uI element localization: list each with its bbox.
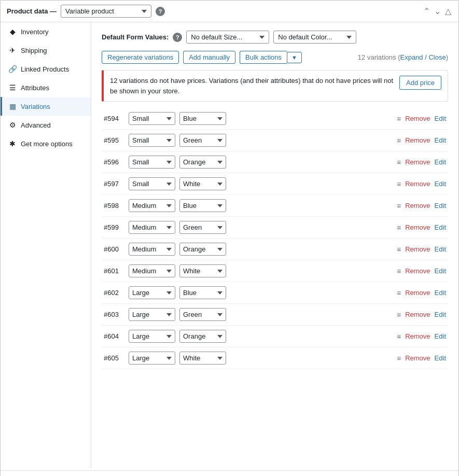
drag-handle-icon[interactable]: ≡ <box>397 289 401 297</box>
variation-row: #605SmallMediumLargeBlueGreenOrangeWhite… <box>102 347 448 369</box>
variation-id: #599 <box>104 223 124 231</box>
remove-variation-button[interactable]: Remove <box>405 136 430 144</box>
remove-variation-button[interactable]: Remove <box>405 180 430 188</box>
attributes-icon: ☰ <box>8 83 17 92</box>
product-data-bar: Product data — Simple productVariable pr… <box>1 1 458 22</box>
variation-size-select[interactable]: SmallMediumLarge <box>129 286 175 299</box>
advanced-icon: ⚙ <box>8 121 17 129</box>
variation-color-select[interactable]: BlueGreenOrangeWhite <box>179 352 226 365</box>
remove-variation-button[interactable]: Remove <box>405 267 430 275</box>
variation-color-select[interactable]: BlueGreenOrangeWhite <box>179 286 226 299</box>
variation-size-select[interactable]: SmallMediumLarge <box>129 243 175 256</box>
variation-id: #594 <box>104 115 124 122</box>
edit-variation-button[interactable]: Edit <box>435 267 446 275</box>
variation-size-select[interactable]: SmallMediumLarge <box>129 352 175 365</box>
remove-variation-button[interactable]: Remove <box>405 289 430 297</box>
edit-variation-button[interactable]: Edit <box>435 180 446 188</box>
edit-variation-button[interactable]: Edit <box>435 289 446 297</box>
variation-size-select[interactable]: SmallMediumLarge <box>129 308 175 321</box>
product-type-select[interactable]: Simple productVariable productGrouped pr… <box>61 5 151 18</box>
variation-color-select[interactable]: BlueGreenOrangeWhite <box>179 177 226 190</box>
drag-handle-icon[interactable]: ≡ <box>397 354 401 362</box>
drag-handle-icon[interactable]: ≡ <box>397 158 401 166</box>
sidebar-item-variations[interactable]: ▦ Variations <box>1 97 91 116</box>
drag-handle-icon[interactable]: ≡ <box>397 180 401 188</box>
remove-variation-button[interactable]: Remove <box>405 158 430 166</box>
variation-size-select[interactable]: SmallMediumLarge <box>129 199 175 212</box>
collapse-down-button[interactable]: ⌄ <box>433 7 442 16</box>
variation-color-select[interactable]: BlueGreenOrangeWhite <box>179 112 226 125</box>
variation-size-select[interactable]: SmallMediumLarge <box>129 177 175 190</box>
default-color-select[interactable]: No default Color... Blue Green Orange Wh… <box>273 31 356 44</box>
remove-variation-button[interactable]: Remove <box>405 223 430 231</box>
add-price-button[interactable]: Add price <box>399 76 441 90</box>
drag-handle-icon[interactable]: ≡ <box>397 267 401 275</box>
edit-variation-button[interactable]: Edit <box>435 136 446 144</box>
edit-variation-button[interactable]: Edit <box>435 354 446 362</box>
edit-variation-button[interactable]: Edit <box>435 332 446 340</box>
variation-color-select[interactable]: BlueGreenOrangeWhite <box>179 308 226 321</box>
sidebar-item-inventory[interactable]: ◆ Inventory <box>1 22 91 41</box>
sidebar-item-advanced[interactable]: ⚙ Advanced <box>1 116 91 134</box>
sidebar-item-shipping[interactable]: ✈ Shipping <box>1 41 91 60</box>
remove-variation-button[interactable]: Remove <box>405 332 430 340</box>
variation-color-select[interactable]: BlueGreenOrangeWhite <box>179 156 226 169</box>
variation-color-select[interactable]: BlueGreenOrangeWhite <box>179 221 226 234</box>
variation-color-select[interactable]: BlueGreenOrangeWhite <box>179 330 226 343</box>
expand-close-link[interactable]: Expand / Close <box>400 53 446 61</box>
sidebar-label-advanced: Advanced <box>21 121 51 129</box>
variation-size-select[interactable]: SmallMediumLarge <box>129 112 175 125</box>
drag-handle-icon[interactable]: ≡ <box>397 115 401 123</box>
variation-size-select[interactable]: SmallMediumLarge <box>129 264 175 277</box>
variation-color-select[interactable]: BlueGreenOrangeWhite <box>179 243 226 256</box>
bulk-actions-button[interactable]: Bulk actions <box>240 51 287 64</box>
drag-handle-icon[interactable]: ≡ <box>397 332 401 341</box>
edit-variation-button[interactable]: Edit <box>435 158 446 166</box>
edit-variation-button[interactable]: Edit <box>435 202 446 209</box>
product-type-help-icon[interactable]: ? <box>156 7 165 16</box>
sidebar-label-attributes: Attributes <box>21 84 49 92</box>
default-form-values-help-icon[interactable]: ? <box>173 33 182 42</box>
drag-handle-icon[interactable]: ≡ <box>397 223 401 232</box>
get-more-options-icon: ✱ <box>8 139 17 148</box>
variation-size-select[interactable]: SmallMediumLarge <box>129 330 175 343</box>
drag-handle-icon[interactable]: ≡ <box>397 136 401 145</box>
variation-row: #604SmallMediumLargeBlueGreenOrangeWhite… <box>102 326 448 347</box>
variation-size-select[interactable]: SmallMediumLarge <box>129 134 175 147</box>
regenerate-variations-button[interactable]: Regenerate variations <box>102 51 179 64</box>
edit-variation-button[interactable]: Edit <box>435 311 446 318</box>
variation-color-select[interactable]: BlueGreenOrangeWhite <box>179 134 226 147</box>
sidebar-label-linked-products: Linked Products <box>21 65 69 73</box>
variation-row: #596SmallMediumLargeBlueGreenOrangeWhite… <box>102 151 448 173</box>
product-panel: Product data — Simple productVariable pr… <box>0 0 459 476</box>
footer-row: Save changes Cancel 12 variations (Expan… <box>1 470 458 476</box>
sidebar-item-attributes[interactable]: ☰ Attributes <box>1 78 91 97</box>
edit-variation-button[interactable]: Edit <box>435 115 446 122</box>
variation-color-select[interactable]: BlueGreenOrangeWhite <box>179 264 226 277</box>
add-manually-button[interactable]: Add manually <box>183 51 235 64</box>
variation-id: #603 <box>104 311 124 318</box>
drag-handle-icon[interactable]: ≡ <box>397 202 401 210</box>
drag-handle-icon[interactable]: ≡ <box>397 245 401 254</box>
remove-variation-button[interactable]: Remove <box>405 354 430 362</box>
collapse-up-button[interactable]: ⌃ <box>422 7 431 16</box>
variation-id: #600 <box>104 245 124 253</box>
remove-variation-button[interactable]: Remove <box>405 115 430 122</box>
drag-handle-icon[interactable]: ≡ <box>397 311 401 319</box>
sidebar-item-linked-products[interactable]: 🔗 Linked Products <box>1 60 91 78</box>
bulk-actions-arrow-button[interactable]: ▼ <box>287 52 302 63</box>
edit-variation-button[interactable]: Edit <box>435 223 446 231</box>
variations-icon: ▦ <box>8 102 17 110</box>
sidebar-item-get-more-options[interactable]: ✱ Get more options <box>1 134 91 153</box>
remove-variation-button[interactable]: Remove <box>405 245 430 253</box>
variation-color-select[interactable]: BlueGreenOrangeWhite <box>179 199 226 212</box>
variation-size-select[interactable]: SmallMediumLarge <box>129 156 175 169</box>
collapse-arrow-button[interactable]: △ <box>444 7 452 16</box>
inventory-icon: ◆ <box>8 27 17 36</box>
variation-id: #596 <box>104 158 124 166</box>
remove-variation-button[interactable]: Remove <box>405 202 430 209</box>
variation-size-select[interactable]: SmallMediumLarge <box>129 221 175 234</box>
edit-variation-button[interactable]: Edit <box>435 245 446 253</box>
default-size-select[interactable]: No default Size... Small Medium Large <box>186 31 269 44</box>
remove-variation-button[interactable]: Remove <box>405 311 430 318</box>
